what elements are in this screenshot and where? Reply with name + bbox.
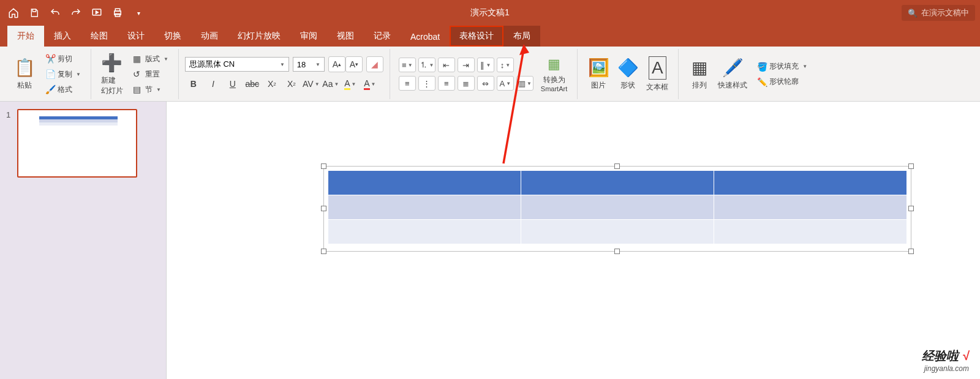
chevron-down-icon: ▼ [334,81,339,87]
decrease-font-button[interactable]: A▾ [345,56,363,72]
slide-thumbnail-1[interactable]: 1 [6,109,160,178]
copy-button[interactable]: 📄复制▼ [42,67,85,81]
shapes-button[interactable]: 🔷形状 [613,50,643,98]
font-size-select[interactable]: 18▼ [293,57,325,72]
shape-fill-label: 形状填充 [769,61,799,72]
clear-formatting-button[interactable]: ◢ [366,56,383,72]
tab-review[interactable]: 审阅 [290,26,327,47]
resize-handle-tl[interactable] [321,163,326,169]
highlight-button[interactable]: A▼ [342,76,359,92]
character-spacing-button[interactable]: AV▼ [303,76,320,92]
resize-handle-mr[interactable] [908,206,914,211]
paste-label: 粘贴 [17,80,32,91]
paste-icon: 📋 [14,58,36,78]
redo-icon[interactable] [67,4,85,21]
convert-smartart-button[interactable]: ▦ 转换为 SmartArt [537,50,571,98]
font-color-button[interactable]: A▼ [361,76,379,92]
subscript-button[interactable]: X2 [283,76,300,92]
chevron-down-icon: ▼ [76,72,81,77]
arrange-button[interactable]: ▦排列 [685,50,714,98]
increase-font-button[interactable]: A▴ [328,56,345,72]
tab-insert[interactable]: 插入 [44,26,81,47]
quick-styles-label: 快速样式 [718,80,747,91]
line-spacing-button[interactable]: ‖▼ [477,58,494,72]
distribute-button[interactable]: ⇔ [477,76,494,91]
superscript-button[interactable]: X2 [263,76,281,92]
bold-button[interactable]: B [185,76,202,92]
shape-fill-button[interactable]: 🪣形状填充▼ [753,59,811,73]
new-slide-button[interactable]: ➕ 新建 幻灯片 [97,50,127,98]
underline-button[interactable]: U [224,76,241,92]
chevron-down-icon: ▼ [315,62,320,67]
section-button[interactable]: ▤节▼ [129,83,172,97]
tab-animations[interactable]: 动画 [191,26,228,47]
customize-qat-icon[interactable]: ▾ [130,4,147,21]
brush-icon: 🖌️ [45,84,55,94]
resize-handle-ml[interactable] [321,206,326,211]
tab-design[interactable]: 设计 [118,26,154,47]
increase-indent-button[interactable]: ⇥ [458,58,475,72]
tab-acrobat[interactable]: Acrobat [401,27,450,47]
layout-label: 版式 [145,54,160,64]
slide-canvas[interactable] [167,102,980,379]
italic-button[interactable]: I [205,76,222,92]
resize-handle-bl[interactable] [321,249,326,254]
chevron-down-icon: ▼ [408,62,413,68]
tab-view[interactable]: 视图 [327,26,364,47]
tab-transitions[interactable]: 切换 [154,26,191,47]
chevron-down-icon: ▼ [280,62,285,67]
slideshow-icon[interactable] [88,4,105,21]
home-icon[interactable] [5,4,22,21]
chevron-down-icon: ▼ [527,81,532,86]
tab-slideshow[interactable]: 幻灯片放映 [228,26,290,47]
layout-button[interactable]: ▦版式▼ [129,52,172,66]
format-painter-button[interactable]: 🖌️格式 [42,83,85,97]
picture-button[interactable]: 🖼️图片 [584,50,613,98]
chevron-down-icon: ▼ [352,81,356,87]
paste-button[interactable]: 📋 粘贴 [10,50,39,98]
copy-label: 复制 [58,69,72,80]
quick-styles-button[interactable]: 🖊️快速样式 [714,50,751,98]
resize-handle-bm[interactable] [614,249,620,254]
chevron-down-icon: ▼ [505,62,510,68]
new-slide-label: 新建 幻灯片 [101,75,123,96]
text-direction-button[interactable]: ↕▼ [497,58,514,72]
resize-handle-br[interactable] [908,249,914,254]
align-text-button[interactable]: A▼ [497,76,514,91]
smartart-label-1: 转换为 [543,75,565,85]
justify-button[interactable]: ≣ [458,76,475,91]
strikethrough-button[interactable]: abc [244,76,261,92]
columns-button[interactable]: ▥▼ [516,76,533,91]
shape-outline-button[interactable]: ✏️形状轮廓 [753,75,811,89]
numbering-button[interactable]: ⒈▼ [418,58,435,72]
align-center-button[interactable]: ⋮ [418,76,435,91]
textbox-button[interactable]: A文本框 [643,50,672,98]
tab-draw[interactable]: 绘图 [81,26,118,47]
slide-thumbnail-panel[interactable]: 1 [0,102,167,379]
chevron-down-icon: ▼ [156,87,161,92]
save-icon[interactable] [26,4,43,21]
tab-table-design[interactable]: 表格设计 [450,26,503,47]
tab-record[interactable]: 记录 [364,26,401,47]
slide-number: 1 [6,109,17,119]
cut-button[interactable]: ✂️剪切 [42,52,85,66]
decrease-indent-button[interactable]: ⇤ [438,58,455,72]
bullets-button[interactable]: ≡▼ [399,58,416,72]
resize-handle-tr[interactable] [908,163,914,169]
change-case-button[interactable]: Aa▼ [322,76,339,92]
arrange-label: 排列 [692,80,707,91]
undo-icon[interactable] [47,4,64,21]
reset-button[interactable]: ↺重置 [129,67,172,81]
align-right-button[interactable]: ≡ [438,76,455,91]
tab-layout[interactable]: 布局 [503,26,540,47]
resize-handle-tm[interactable] [614,163,620,169]
align-left-button[interactable]: ≡ [399,76,416,91]
table-selection-box[interactable] [323,166,911,252]
group-paragraph: ≡▼ ⒈▼ ⇤ ⇥ ‖▼ ↕▼ ≡ ⋮ ≡ ≣ ⇔ A▼ ▥▼ ▦ 转换为 Sm… [390,49,578,99]
search-box[interactable]: 🔍 在演示文稿中 [902,5,975,21]
font-name-select[interactable]: 思源黑体 CN▼ [185,57,289,72]
print-icon[interactable] [109,4,126,21]
reset-icon: ↺ [133,69,143,79]
tab-home[interactable]: 开始 [7,26,44,47]
inserted-table[interactable] [328,170,907,244]
